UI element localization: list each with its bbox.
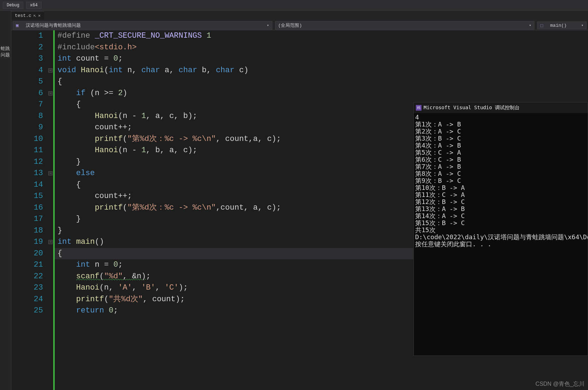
config-dropdown[interactable]: Debug xyxy=(3,2,23,9)
line-number: 24 xyxy=(11,294,43,305)
line-number: 16 xyxy=(11,202,43,214)
platform-dropdown[interactable]: x64 xyxy=(26,2,42,9)
editor-tab-bar: test.c ⇱ ✕ xyxy=(11,11,588,20)
line-number: 14 xyxy=(11,179,43,191)
code-line[interactable]: { xyxy=(57,76,588,88)
code-line[interactable]: Hanoi(n - 1, b, a, c); xyxy=(57,145,588,156)
sidebar-truncated-text: 蛙跳 问题 xyxy=(1,46,10,58)
fold-toggle-icon[interactable]: − xyxy=(48,240,53,244)
line-number: 3 xyxy=(11,53,43,65)
code-line[interactable]: if (n >= 2) xyxy=(57,88,588,99)
function-icon: ⬚ xyxy=(540,23,546,28)
line-number: 6 xyxy=(11,88,43,99)
code-line[interactable]: count++; xyxy=(57,122,588,134)
fold-toggle-icon[interactable]: − xyxy=(48,91,53,95)
code-line[interactable]: printf("共%d次", count); xyxy=(57,294,588,305)
close-icon[interactable]: ✕ xyxy=(38,13,41,18)
line-number: 1 xyxy=(11,30,43,42)
editor-tab-test-c[interactable]: test.c ⇱ ✕ xyxy=(11,11,44,20)
line-number: 5 xyxy=(11,76,43,88)
line-number: 22 xyxy=(11,271,43,283)
line-number-gutter: 1234567891011121314151617181920212223242… xyxy=(11,30,48,390)
line-number: 15 xyxy=(11,191,43,202)
tab-label: test.c xyxy=(15,13,31,18)
function-dropdown[interactable]: ⬚ main() ▾ xyxy=(537,21,587,29)
code-line[interactable]: else xyxy=(57,168,588,179)
line-number: 11 xyxy=(11,145,43,156)
line-number: 23 xyxy=(11,282,43,294)
solution-explorer-sidebar[interactable]: 蛙跳 问题 xyxy=(0,11,11,390)
line-number: 12 xyxy=(11,156,43,168)
chevron-down-icon: ▾ xyxy=(529,23,531,27)
line-number: 21 xyxy=(11,259,43,271)
code-line[interactable]: int main() xyxy=(57,236,588,248)
line-number: 4 xyxy=(11,65,43,76)
code-line[interactable]: Hanoi(n, 'A', 'B', 'C'); xyxy=(57,282,588,294)
watermark-text: CSDN @青色_忘川 xyxy=(535,380,584,388)
top-toolbar: Debug x64 xyxy=(0,0,588,11)
fold-toggle-icon[interactable]: − xyxy=(48,68,53,73)
line-number: 25 xyxy=(11,305,43,317)
code-line[interactable]: } xyxy=(57,156,588,168)
chevron-down-icon: ▾ xyxy=(581,23,583,27)
code-line[interactable]: } xyxy=(57,225,588,237)
line-number: 19 xyxy=(11,236,43,248)
code-line[interactable]: #include<stdio.h> xyxy=(57,42,588,54)
chevron-down-icon: ▾ xyxy=(267,23,269,27)
code-line[interactable]: return 0; xyxy=(57,305,588,317)
code-line[interactable]: { xyxy=(57,179,588,191)
code-line[interactable]: #define _CRT_SECURE_NO_WARNINGS 1 xyxy=(57,30,588,42)
line-number: 9 xyxy=(11,122,43,134)
code-line[interactable]: { xyxy=(57,99,588,111)
code-line[interactable]: int n = 0; xyxy=(57,259,588,271)
line-number: 17 xyxy=(11,213,43,225)
code-line[interactable]: } xyxy=(57,213,588,225)
code-line[interactable]: printf("第%d次：%c -> %c\n",count, a, c); xyxy=(57,202,588,214)
line-number: 8 xyxy=(11,111,43,122)
nav-breadcrumb-bar: ▣ 汉诺塔问题与青蛙跳墙问题 ▾ (全局范围) ▾ ⬚ main() ▾ xyxy=(11,20,588,30)
project-dropdown[interactable]: ▣ 汉诺塔问题与青蛙跳墙问题 ▾ xyxy=(13,21,272,30)
code-line[interactable]: void Hanoi(int n, char a, char b, char c… xyxy=(57,65,588,76)
line-number: 18 xyxy=(11,225,43,237)
fold-gutter[interactable]: −−−− xyxy=(48,30,53,390)
pin-icon[interactable]: ⇱ xyxy=(34,13,36,18)
code-line[interactable]: { xyxy=(57,248,588,260)
change-margin xyxy=(53,30,55,390)
code-line[interactable]: int count = 0; xyxy=(57,53,588,65)
line-number: 13 xyxy=(11,168,43,179)
code-line[interactable]: Hanoi(n - 1, a, c, b); xyxy=(57,111,588,122)
scope-dropdown[interactable]: (全局范围) ▾ xyxy=(275,21,535,30)
line-number: 7 xyxy=(11,99,43,111)
project-icon: ▣ xyxy=(16,23,22,28)
code-line[interactable]: printf("第%d次：%c -> %c\n", count,a, c); xyxy=(57,134,588,145)
line-number: 10 xyxy=(11,134,43,145)
code-line[interactable]: scanf("%d", &n); xyxy=(57,271,588,283)
line-number: 20 xyxy=(11,248,43,260)
line-number: 2 xyxy=(11,42,43,54)
code-line[interactable]: count++; xyxy=(57,191,588,202)
fold-toggle-icon[interactable]: − xyxy=(48,171,53,175)
